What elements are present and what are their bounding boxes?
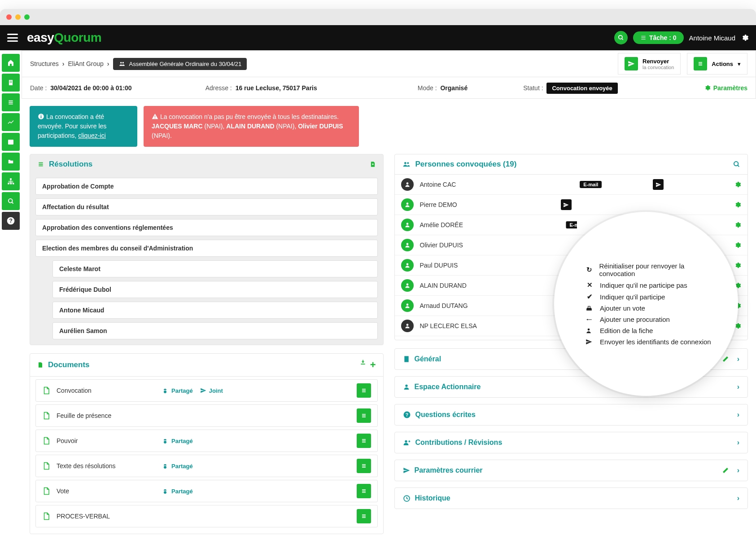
document-menu-button[interactable] <box>357 408 371 423</box>
edit-icon[interactable] <box>722 467 729 474</box>
breadcrumb-structures[interactable]: Structures <box>30 60 59 67</box>
svg-point-28 <box>122 62 124 64</box>
logo: easyQuorum <box>27 31 101 45</box>
person-settings-icon[interactable] <box>734 262 741 269</box>
minimize-dot[interactable] <box>15 14 21 20</box>
resolution-sub-item[interactable]: Antone Micaud <box>52 302 378 319</box>
svg-point-71 <box>405 385 407 387</box>
resolution-sub-item[interactable]: Aurélien Samon <box>52 322 378 339</box>
accordion-contributions[interactable]: Contributions / Révisions › <box>394 432 748 453</box>
resolution-item[interactable]: Affectation du résultat <box>35 198 378 215</box>
document-name: Pouvoir <box>57 437 155 444</box>
svg-rect-8 <box>10 82 11 83</box>
email-badge: E-mail <box>566 221 588 228</box>
document-row[interactable]: Pouvoir Partagé <box>35 430 378 452</box>
task-badge[interactable]: Tâche : 0 <box>633 31 684 44</box>
document-menu-button[interactable] <box>357 509 371 523</box>
ctx-not-participate[interactable]: ✕Indiquer qu'il ne participe pas <box>586 279 711 291</box>
renvoyer-button[interactable]: Renvoyer la convocation <box>618 53 681 75</box>
chevron-right-icon: › <box>737 439 739 447</box>
breadcrumb-entity[interactable]: EliAnt Group <box>68 60 103 67</box>
svg-point-69 <box>406 324 408 326</box>
maximize-dot[interactable] <box>24 14 30 20</box>
nav-help[interactable]: ? <box>2 212 20 230</box>
svg-point-76 <box>588 328 590 330</box>
svg-point-36 <box>155 118 156 119</box>
person-settings-icon[interactable] <box>734 221 741 228</box>
person-row: Pierre DEMO <box>395 195 748 215</box>
avatar <box>401 320 414 332</box>
menu-icon[interactable] <box>7 34 18 42</box>
nav-sitemap[interactable] <box>2 172 20 190</box>
document-menu-button[interactable] <box>357 434 371 448</box>
shared-tag: Partagé <box>162 463 193 470</box>
resolution-item[interactable]: Approbation de Compte <box>35 178 378 195</box>
ctx-add-proxy[interactable]: Ajouter une procuration <box>586 314 711 325</box>
shared-tag: Partagé <box>162 438 193 444</box>
document-menu-button[interactable] <box>357 484 371 498</box>
nav-building[interactable] <box>2 74 20 92</box>
resolution-item[interactable]: Election des membres du conseil d'Admini… <box>35 240 378 257</box>
nav-home[interactable] <box>2 54 20 72</box>
search-button[interactable] <box>614 31 628 44</box>
document-menu-button[interactable] <box>357 459 371 473</box>
person-row: Antoine CAC E-mail <box>395 175 748 195</box>
person-settings-icon[interactable] <box>734 241 741 249</box>
settings-icon[interactable] <box>741 34 749 42</box>
accordion-historique[interactable]: Historique › <box>394 487 748 509</box>
svg-line-24 <box>12 202 13 203</box>
svg-point-58 <box>404 162 406 164</box>
ctx-add-vote[interactable]: Ajouter un vote <box>586 303 711 314</box>
accordion-questions[interactable]: ? Questions écrites › <box>394 404 748 426</box>
document-menu-button[interactable] <box>357 383 371 398</box>
nav-list[interactable] <box>2 93 20 111</box>
chevron-right-icon: › <box>62 60 65 67</box>
nav-calendar[interactable] <box>2 133 20 151</box>
resolution-item[interactable]: Approbation des conventions réglementées <box>35 219 378 236</box>
document-row[interactable]: Convocation PartagéJoint <box>35 379 378 402</box>
svg-point-65 <box>406 243 408 245</box>
person-name: ALAIN DURAND <box>420 282 510 289</box>
svg-point-33 <box>41 114 42 115</box>
close-dot[interactable] <box>6 14 12 20</box>
add-icon[interactable]: + <box>370 359 376 371</box>
edit-icon[interactable] <box>722 356 729 363</box>
download-icon[interactable] <box>359 359 367 371</box>
ctx-participate[interactable]: ✔Indiquer qu'il participe <box>586 291 711 303</box>
actions-dropdown[interactable]: Actions ▾ <box>687 53 747 75</box>
svg-rect-6 <box>10 81 11 82</box>
cliquez-ici-link[interactable]: cliquez-ici <box>78 132 105 139</box>
document-row[interactable]: PROCES-VERBAL <box>35 505 378 527</box>
avatar <box>401 299 414 312</box>
nav-chart[interactable] <box>2 113 20 131</box>
person-settings-icon[interactable] <box>734 181 741 188</box>
svg-rect-70 <box>404 356 408 362</box>
send-icon <box>561 199 572 210</box>
topbar: easyQuorum Tâche : 0 Antoine Micaud <box>0 25 756 50</box>
svg-rect-7 <box>11 81 12 82</box>
shared-tag: Partagé <box>162 387 193 394</box>
person-name: Olivier DUPUIS <box>420 241 510 249</box>
ctx-edit-card[interactable]: Edition de la fiche <box>586 325 711 336</box>
svg-line-61 <box>738 165 739 167</box>
accordion-courrier[interactable]: Paramètres courrier › <box>394 460 748 481</box>
nav-search[interactable] <box>2 192 20 210</box>
ctx-reset[interactable]: ↻Réinitialiser pour renvoyer la convocat… <box>586 260 711 279</box>
nav-folder[interactable] <box>2 153 20 171</box>
document-row[interactable]: Vote Partagé <box>35 480 378 502</box>
list-icon <box>694 57 707 70</box>
resolution-sub-item[interactable]: Frédérique Dubol <box>52 281 378 298</box>
download-icon[interactable] <box>370 161 376 168</box>
search-icon[interactable] <box>733 161 740 168</box>
parametres-link[interactable]: Paramètres <box>704 84 747 92</box>
chevron-right-icon: › <box>107 60 109 67</box>
person-name: Antoine CAC <box>420 181 510 188</box>
resolution-sub-item[interactable]: Celeste Marot <box>52 260 378 277</box>
chevron-right-icon: › <box>737 466 739 474</box>
ctx-send-credentials[interactable]: Envoyer les identifiants de connexion <box>586 336 711 347</box>
document-row[interactable]: Feuille de présence <box>35 404 378 427</box>
window-titlebar <box>0 9 756 25</box>
person-settings-icon[interactable] <box>734 201 741 208</box>
document-row[interactable]: Texte des résolutions Partagé <box>35 455 378 477</box>
person-name: Arnaud DUTANG <box>420 302 510 309</box>
